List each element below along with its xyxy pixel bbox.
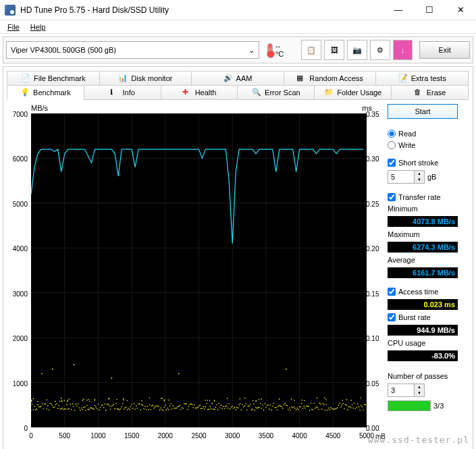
- spin-up-icon[interactable]: ▲: [415, 171, 424, 177]
- start-button[interactable]: Start: [388, 104, 458, 119]
- tab-file-benchmark[interactable]: 📄File Benchmark: [7, 71, 100, 86]
- save-button[interactable]: ↓: [393, 40, 413, 60]
- svg-point-277: [323, 404, 325, 406]
- spin-down-icon[interactable]: ▼: [415, 390, 424, 396]
- tab-erase[interactable]: 🗑Erase: [391, 85, 469, 100]
- svg-point-160: [192, 407, 194, 408]
- average-label: Average: [388, 256, 458, 264]
- svg-point-249: [292, 407, 294, 408]
- svg-point-353: [360, 397, 361, 398]
- svg-point-103: [129, 409, 130, 411]
- svg-point-40: [59, 405, 60, 406]
- svg-point-82: [105, 410, 107, 411]
- svg-point-76: [99, 409, 100, 411]
- svg-point-368: [69, 398, 70, 400]
- svg-point-370: [342, 400, 344, 401]
- tab-folder-usage[interactable]: 📁Folder Usage: [314, 85, 392, 100]
- svg-point-234: [275, 407, 277, 408]
- write-radio[interactable]: Write: [388, 141, 458, 149]
- svg-point-99: [124, 407, 126, 408]
- svg-point-300: [349, 406, 350, 408]
- menu-help[interactable]: Help: [26, 22, 50, 32]
- tab-extra-tests[interactable]: 📝Extra tests: [375, 71, 469, 86]
- minimize-button[interactable]: —: [383, 0, 414, 20]
- tab-random-access[interactable]: ▦Random Access: [284, 71, 377, 86]
- burst-rate-check[interactable]: Burst rate: [388, 313, 458, 321]
- svg-point-302: [352, 404, 353, 406]
- svg-point-65: [86, 405, 88, 406]
- svg-point-172: [206, 403, 207, 404]
- short-stroke-spinner[interactable]: ▲▼: [388, 170, 425, 184]
- svg-point-293: [342, 404, 343, 406]
- svg-point-138: [168, 409, 169, 411]
- options-button[interactable]: ⚙: [370, 40, 390, 60]
- svg-point-238: [280, 406, 282, 407]
- spin-down-icon[interactable]: ▼: [415, 177, 424, 183]
- x-axis-ticks: 0500100015002000250030003500400045005000: [31, 431, 369, 440]
- spin-up-icon[interactable]: ▲: [415, 384, 424, 390]
- tab-benchmark[interactable]: 💡Benchmark: [7, 85, 84, 100]
- svg-point-330: [214, 400, 215, 402]
- burst-rate-value: 944.9 MB/s: [388, 325, 458, 336]
- svg-point-174: [209, 409, 210, 411]
- short-stroke-check[interactable]: Short stroke: [388, 159, 458, 167]
- svg-point-253: [296, 408, 298, 409]
- svg-point-62: [83, 407, 84, 408]
- passes-input[interactable]: [388, 386, 414, 394]
- svg-point-351: [205, 400, 206, 401]
- tab-disk-monitor[interactable]: 📊Disk monitor: [99, 71, 192, 86]
- tab-aam[interactable]: 🔊AAM: [191, 71, 284, 86]
- tab-health[interactable]: ✚Health: [161, 85, 238, 100]
- short-stroke-input[interactable]: [388, 173, 414, 181]
- svg-point-170: [204, 408, 205, 410]
- svg-point-232: [273, 403, 275, 404]
- tests-icon: 📝: [398, 74, 408, 83]
- drive-dropdown[interactable]: Viper VP4300L 500GB (500 gB) ⌄: [6, 41, 259, 59]
- svg-point-346: [279, 398, 280, 400]
- svg-point-95: [120, 408, 122, 410]
- transfer-rate-check[interactable]: Transfer rate: [388, 193, 458, 201]
- read-radio[interactable]: Read: [388, 130, 458, 138]
- copy-info-button[interactable]: 📋: [301, 40, 321, 60]
- svg-point-112: [139, 403, 140, 404]
- svg-point-77: [100, 407, 101, 408]
- magnifier-icon: 🔍: [252, 88, 261, 97]
- svg-point-341: [67, 401, 68, 402]
- svg-point-38: [56, 403, 57, 404]
- tab-info[interactable]: ℹInfo: [84, 85, 161, 100]
- svg-point-72: [95, 405, 96, 406]
- drive-label: Viper VP4300L 500GB (500 gB): [11, 46, 116, 54]
- exit-button[interactable]: Exit: [419, 41, 469, 59]
- svg-point-378: [111, 377, 112, 379]
- title-text: HD Tune Pro 5.75 - Hard Disk/SSD Utility: [20, 5, 383, 15]
- svg-point-319: [123, 398, 124, 400]
- passes-spinner[interactable]: ▲▼: [388, 384, 425, 397]
- svg-point-290: [338, 404, 340, 406]
- svg-point-179: [214, 409, 215, 411]
- svg-point-176: [211, 408, 212, 410]
- save-screenshot-button[interactable]: 📷: [347, 40, 367, 60]
- svg-point-60: [81, 407, 82, 408]
- svg-point-83: [107, 404, 108, 405]
- tab-error-scan[interactable]: 🔍Error Scan: [237, 85, 315, 100]
- y1-axis-ticks: 01000200030004000500060007000: [7, 111, 29, 428]
- menu-file[interactable]: File: [3, 22, 24, 32]
- svg-point-109: [136, 405, 137, 406]
- close-button[interactable]: ✕: [445, 0, 476, 20]
- svg-point-311: [362, 406, 363, 408]
- svg-point-149: [180, 409, 182, 411]
- svg-point-333: [86, 400, 88, 401]
- svg-point-121: [149, 404, 151, 406]
- y2-axis-ticks: 0.000.050.100.150.200.250.300.35: [366, 111, 382, 428]
- svg-point-185: [221, 405, 222, 406]
- svg-point-117: [144, 406, 146, 407]
- maximize-button[interactable]: ☐: [414, 0, 445, 20]
- svg-point-289: [337, 407, 338, 408]
- access-time-check[interactable]: Access time: [388, 288, 458, 296]
- menubar: File Help: [0, 20, 476, 34]
- svg-point-198: [235, 409, 236, 411]
- svg-point-180: [215, 406, 217, 408]
- svg-point-241: [284, 404, 285, 406]
- svg-point-131: [160, 407, 161, 408]
- copy-screenshot-button[interactable]: 🖼: [324, 40, 344, 60]
